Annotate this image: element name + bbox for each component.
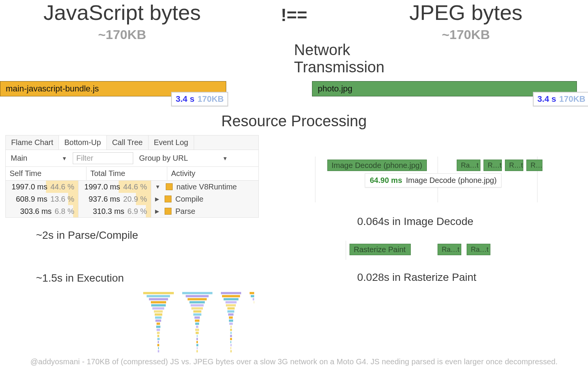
js-bar-wrap: main-javascript-bundle.js 3.4 s170KB	[0, 81, 276, 96]
tab-call-tree[interactable]: Call Tree	[107, 135, 149, 150]
tab-event-log[interactable]: Event Log	[149, 135, 194, 150]
footer-credit: @addyosmani - 170KB of (compressed) JS v…	[0, 357, 588, 366]
execution-stat: ~1.5s in Execution	[36, 272, 277, 284]
image-decode-timeline: Image Decode (phone.jpg) Ra…t R…t R…t R……	[315, 156, 583, 202]
flame-chart-thumbnail	[143, 292, 254, 353]
jpeg-title: JPEG bytes	[344, 2, 588, 24]
jpg-bar-tag: 3.4 s170KB	[533, 92, 588, 106]
decode-stat: 0.064s in Image Decode	[357, 215, 583, 228]
not-equal: !==	[244, 5, 344, 25]
raster-chip-4: R…	[526, 160, 542, 171]
parse-compile-stat: ~2s in Parse/Compile	[36, 229, 277, 241]
col-activity[interactable]: Activity	[167, 167, 258, 180]
rasterize-timeline: Rasterize Paint Ra…t Ra…t	[346, 241, 583, 260]
raster-chip-3: R…t	[505, 160, 523, 171]
raster-chip-2: R…t	[483, 160, 502, 171]
rasterize-block: Rasterize Paint	[350, 244, 411, 255]
jpeg-size: ~170KB	[344, 27, 588, 42]
scripting-color-chip	[166, 183, 173, 190]
table-row[interactable]: 1997.0 ms44.6 %1997.0 ms44.6 %▼native V8…	[6, 181, 258, 193]
group-select[interactable]: Group by URL▼	[137, 152, 230, 164]
table-row[interactable]: 608.9 ms13.6 %937.6 ms20.9 %▶Compile	[6, 193, 258, 205]
decode-tooltip: 64.90 msImage Decode (phone.jpg)	[365, 173, 501, 187]
network-heading: Network Transmission	[294, 41, 344, 76]
table-row[interactable]: 303.6 ms6.8 %310.3 ms6.9 %▶Parse	[6, 205, 258, 217]
jpg-bar-wrap: photo.jpg 3.4 s170KB	[312, 81, 588, 96]
filter-input[interactable]: Filter	[73, 152, 133, 164]
raster-chip-1: Ra…t	[457, 160, 480, 171]
thread-select[interactable]: Main▼	[9, 152, 69, 164]
bottom-up-panel: Flame ChartBottom-UpCall TreeEvent Log M…	[5, 135, 259, 218]
col-total-time[interactable]: Total Time	[87, 167, 167, 180]
tab-flame-chart[interactable]: Flame Chart	[6, 135, 59, 150]
tab-bottom-up[interactable]: Bottom-Up	[59, 135, 107, 150]
col-self-time[interactable]: Self Time	[6, 167, 87, 180]
raster-chip-b: Ra…t	[467, 244, 490, 255]
js-bar-tag: 3.4 s170KB	[171, 92, 228, 106]
js-title: JavaScript bytes	[0, 2, 244, 24]
raster-chip-a: Ra…t	[438, 244, 461, 255]
chevron-down-icon: ▼	[62, 155, 67, 161]
scripting-color-chip	[165, 196, 172, 202]
js-size: ~170KB	[0, 27, 244, 42]
processing-heading: Resource Processing	[0, 112, 588, 130]
scripting-color-chip	[165, 208, 172, 215]
chevron-down-icon: ▼	[222, 155, 228, 161]
image-decode-block: Image Decode (phone.jpg)	[327, 160, 427, 171]
raster-stat: 0.028s in Rasterize Paint	[357, 271, 583, 284]
